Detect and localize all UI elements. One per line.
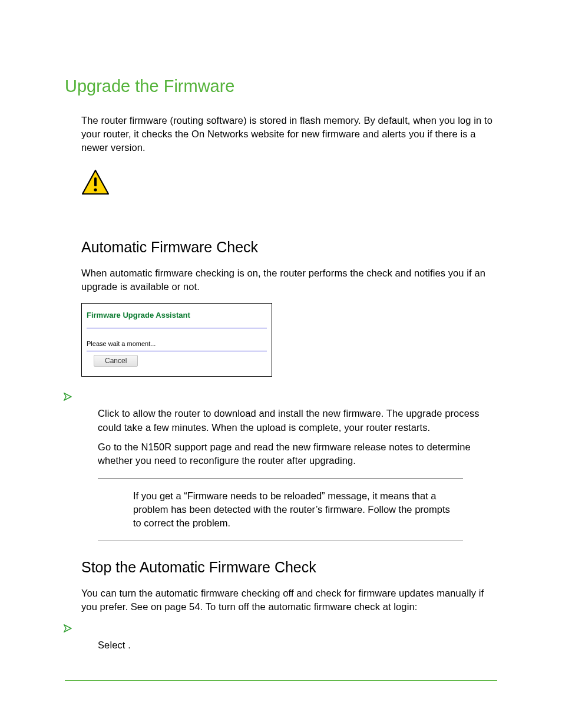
step-click-yes: Click to allow the router to download an…: [98, 407, 497, 434]
dialog-message: Please wait a moment...: [87, 340, 267, 347]
section2-paragraph: You can turn the automatic firmware chec…: [81, 587, 497, 614]
arrow-bullet-icon: [64, 624, 72, 635]
dialog-cancel-button: Cancel: [94, 355, 138, 367]
svg-rect-1: [94, 177, 97, 186]
step-release-notes: Go to the N150R support page and read th…: [98, 440, 497, 467]
svg-point-2: [94, 189, 97, 192]
section-heading-auto-check: Automatic Firmware Check: [81, 239, 497, 256]
note-text: If you get a “Firmware needs to be reloa…: [98, 479, 463, 541]
svg-marker-3: [64, 393, 71, 400]
arrow-bullet-icon: [64, 393, 72, 403]
warning-icon: [81, 169, 497, 197]
note-box: If you get a “Firmware needs to be reloa…: [98, 478, 463, 541]
firmware-dialog-screenshot: Firmware Upgrade Assistant Please wait a…: [81, 303, 272, 377]
svg-marker-4: [64, 625, 71, 632]
page-title: Upgrade the Firmware: [65, 77, 497, 96]
dialog-separator-2: [87, 351, 267, 351]
dialog-title: Firmware Upgrade Assistant: [87, 311, 267, 319]
intro-paragraph: The router firmware (routing software) i…: [81, 114, 497, 154]
dialog-separator: [87, 328, 267, 328]
footer-rule: [65, 680, 497, 681]
section1-paragraph: When automatic firmware checking is on, …: [81, 266, 497, 294]
section-heading-stop-check: Stop the Automatic Firmware Check: [81, 559, 497, 576]
step-select: Select .: [98, 638, 497, 652]
